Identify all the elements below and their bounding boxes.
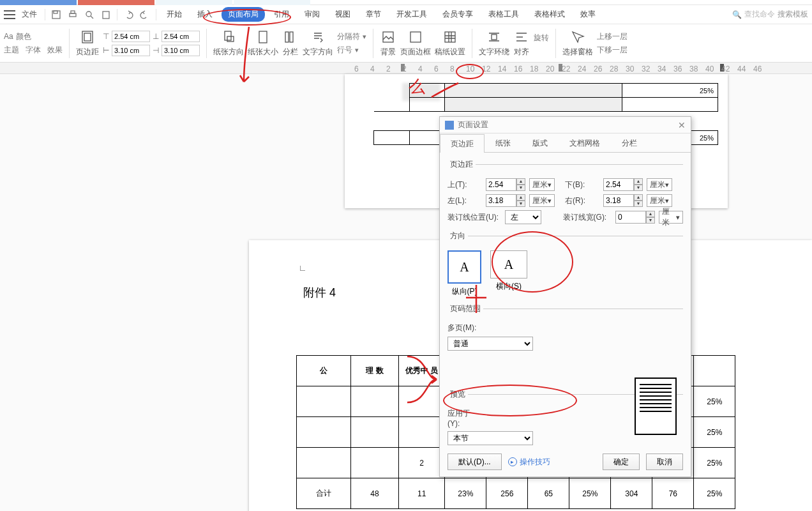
tab-layout[interactable]: 版式 xyxy=(522,133,559,152)
ok-button[interactable]: 确定 xyxy=(603,454,640,470)
theme-color-label[interactable]: 颜色 xyxy=(16,31,31,42)
margin-top-input[interactable] xyxy=(112,31,150,42)
tab-columns[interactable]: 分栏 xyxy=(611,133,648,152)
margin-bottom-input[interactable] xyxy=(162,31,200,42)
text-direction-button[interactable]: 文字方向 xyxy=(303,29,333,57)
margins-button[interactable]: 页边距 xyxy=(76,29,99,57)
apply-to-select[interactable]: 本节 xyxy=(447,431,533,445)
margin-right-icon: ⊣ xyxy=(153,46,159,55)
unit-select[interactable]: 厘米▾ xyxy=(647,194,672,207)
bottom-label: 下(B): xyxy=(565,179,599,190)
undo-icon[interactable] xyxy=(121,8,135,22)
bottom-input[interactable] xyxy=(603,178,634,191)
text-wrap-button[interactable]: 文字环绕 xyxy=(479,29,509,57)
cancel-button[interactable]: 取消 xyxy=(646,454,683,470)
orientation-portrait[interactable]: A纵向(P) xyxy=(447,250,481,297)
menu-page-layout[interactable]: 页面布局 xyxy=(222,7,265,22)
horizontal-ruler[interactable]: 6422468101214161820222426283032343638404… xyxy=(0,63,812,74)
file-menu[interactable]: 文件 xyxy=(18,9,41,20)
gutter-width-input[interactable] xyxy=(615,211,646,224)
dialog-titlebar[interactable]: 页面设置 ✕ xyxy=(440,117,691,133)
gutter-pos-label: 装订线位置(U): xyxy=(447,212,501,223)
th: 优秀中 员 xyxy=(399,356,445,386)
orientation-landscape[interactable]: A横向(S) xyxy=(490,250,527,297)
top-input[interactable] xyxy=(486,178,516,191)
svg-rect-5 xyxy=(103,11,109,19)
menu-table-style[interactable]: 表格样式 xyxy=(528,7,571,22)
os-taskbar xyxy=(0,0,812,5)
margin-left-input[interactable] xyxy=(112,45,150,56)
background-button[interactable]: 背景 xyxy=(380,29,396,57)
svg-rect-9 xyxy=(227,36,234,42)
draft-paper-button[interactable]: 稿纸设置 xyxy=(435,29,465,57)
close-icon[interactable]: ✕ xyxy=(678,120,686,130)
task-tab[interactable] xyxy=(156,0,232,5)
margin-bottom-icon: ⊥ xyxy=(153,32,159,41)
rotate-button[interactable]: 旋转 xyxy=(534,33,549,43)
multipage-label: 多页(M): xyxy=(447,323,482,333)
page-setup-dialog: 页面设置 ✕ 页边距 纸张 版式 文档网格 分栏 页边距 上(T): ▲▼ 厘米… xyxy=(439,116,691,477)
cell: 25% xyxy=(622,84,718,98)
tab-margins[interactable]: 页边距 xyxy=(440,134,485,153)
preview-legend: 预览 xyxy=(447,389,468,400)
spin-up-icon[interactable]: ▲ xyxy=(516,178,525,185)
left-label: 左(L): xyxy=(447,195,482,206)
tab-grid[interactable]: 文档网格 xyxy=(559,133,611,152)
columns-button[interactable]: 分栏 xyxy=(282,29,299,57)
bring-forward[interactable]: 上移一层 xyxy=(597,31,628,42)
tips-link[interactable]: ▸操作技巧 xyxy=(508,457,550,468)
task-tab[interactable] xyxy=(234,0,310,5)
task-tab[interactable] xyxy=(78,0,154,5)
menu-start[interactable]: 开始 xyxy=(160,7,188,22)
paste-icon[interactable] xyxy=(99,8,113,22)
effects-label[interactable]: 效果 xyxy=(47,45,63,56)
selection-pane-button[interactable]: 选择窗格 xyxy=(562,29,593,57)
search-icon[interactable]: 🔍 xyxy=(732,10,742,19)
search-templates[interactable]: 搜索模板 xyxy=(778,9,808,20)
menu-section[interactable]: 章节 xyxy=(359,7,387,22)
paper-orientation-button[interactable]: 纸张方向 xyxy=(213,29,244,57)
menu-review[interactable]: 审阅 xyxy=(298,7,326,22)
menu-view[interactable]: 视图 xyxy=(329,7,357,22)
left-input[interactable] xyxy=(486,194,516,207)
unit-select[interactable]: 厘米▾ xyxy=(529,194,555,207)
menu-insert[interactable]: 插入 xyxy=(191,7,219,22)
search-commands[interactable]: 查找命令 xyxy=(744,9,775,20)
menu-efficiency[interactable]: 效率 xyxy=(574,7,602,22)
paper-size-button[interactable]: 纸张大小 xyxy=(248,29,278,57)
hamburger-icon[interactable] xyxy=(4,10,15,19)
page-border-button[interactable]: 页面边框 xyxy=(400,29,431,57)
unit-select[interactable]: 厘米▾ xyxy=(647,178,672,191)
margin-right-input[interactable] xyxy=(162,45,200,56)
multipage-select[interactable]: 普通 xyxy=(447,337,533,351)
menu-table-tools[interactable]: 表格工具 xyxy=(482,7,525,22)
print-icon[interactable] xyxy=(66,8,80,22)
th: 理 数 xyxy=(351,356,399,386)
svg-rect-11 xyxy=(285,32,289,42)
default-button[interactable]: 默认(D)... xyxy=(447,454,502,470)
attachment-title: 附件 4 xyxy=(303,285,336,300)
theme-font-label[interactable]: 字体 xyxy=(26,45,41,56)
unit-select[interactable]: 厘米▾ xyxy=(659,211,683,224)
tab-paper[interactable]: 纸张 xyxy=(485,133,522,152)
task-tab[interactable] xyxy=(0,0,77,5)
margins-legend: 页边距 xyxy=(447,159,476,170)
line-number-button[interactable]: 行号 xyxy=(337,45,352,56)
save-icon[interactable] xyxy=(49,8,63,22)
menu-vip[interactable]: 会员专享 xyxy=(436,7,479,22)
redo-icon[interactable] xyxy=(138,8,152,22)
svg-rect-8 xyxy=(225,31,231,40)
svg-rect-13 xyxy=(383,32,393,42)
align-button[interactable]: 对齐 xyxy=(513,29,530,57)
theme-main[interactable]: 主题 xyxy=(4,45,19,56)
break-button[interactable]: 分隔符 xyxy=(337,31,360,42)
unit-select[interactable]: 厘米▾ xyxy=(529,178,555,191)
preview-icon[interactable] xyxy=(82,8,96,22)
menu-devtools[interactable]: 开发工具 xyxy=(390,7,433,22)
spin-down-icon[interactable]: ▼ xyxy=(516,185,525,191)
menu-references[interactable]: 引用 xyxy=(267,7,296,22)
right-input[interactable] xyxy=(603,194,634,207)
send-backward[interactable]: 下移一层 xyxy=(597,45,628,56)
gutter-pos-select[interactable]: 左 xyxy=(505,210,541,224)
gutter-width-label: 装订线宽(G): xyxy=(563,212,612,223)
